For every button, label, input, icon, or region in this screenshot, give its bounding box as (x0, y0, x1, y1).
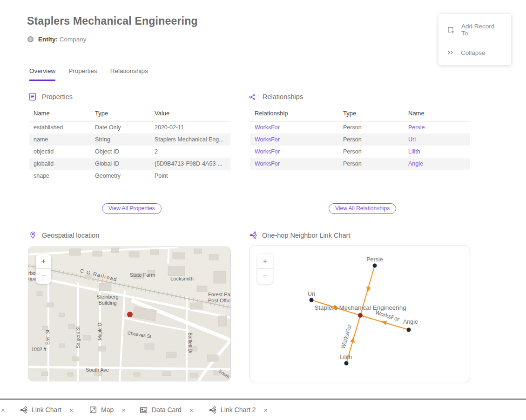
prop-type: Object ID (90, 146, 150, 158)
prop-name: shape (29, 170, 90, 182)
tab-close-icon[interactable]: × (69, 406, 74, 414)
bottom-tab-link-chart[interactable]: Link Chart × (20, 400, 74, 420)
node-angie[interactable] (407, 328, 411, 332)
prop-value: {5D9B4713-F98D-4A53-... (150, 158, 230, 170)
relationships-section-header: Relationships (249, 93, 303, 101)
menu-item-collapse[interactable]: Collapse (438, 43, 511, 62)
section-title: One-hop Neighbor Link Chart (262, 232, 350, 239)
prop-name: established (29, 121, 90, 134)
map-point-marker[interactable] (127, 312, 133, 317)
entity-label: Entity: Company (38, 36, 87, 43)
relationship-link[interactable]: WorksFor (255, 124, 280, 131)
tab-overview[interactable]: Overview (29, 67, 55, 81)
bottom-tab-map[interactable]: Map × (89, 400, 126, 420)
map-label-poi: Forest Par (208, 292, 230, 297)
center-node-label: Staplers Mechanical Engineering (314, 304, 406, 311)
map-label-poi: Locksmith (170, 276, 194, 281)
map-label-street: Maple Dr (97, 321, 102, 340)
entity-link[interactable]: Persie (408, 124, 425, 131)
map-zoom-in-button[interactable]: + (36, 254, 51, 269)
map-scale-label: 1002 ft (31, 347, 47, 352)
map-label-poi: Post Offic (208, 298, 230, 303)
prop-type: Global ID (90, 158, 150, 170)
map-label-poi: State Farm (130, 272, 155, 278)
linkchart-section-header: One-hop Neighbor Link Chart (249, 231, 350, 239)
data-card-icon (140, 406, 148, 414)
tab-bar: Overview Properties Relationships (29, 67, 148, 81)
context-menu: Add Record To Collapse (438, 14, 511, 65)
table-row: objectid Object ID 2 (29, 146, 230, 158)
map-icon (89, 406, 97, 413)
tab-close-icon[interactable]: × (121, 406, 126, 414)
bottom-tab-link-chart-2[interactable]: Link Chart 2 × (209, 400, 268, 420)
entity-link[interactable]: Angie (408, 160, 423, 167)
node-lilith[interactable] (344, 361, 349, 366)
data-card-page: Staplers Mechanical Engineering Entity: … (0, 0, 526, 420)
node-uri[interactable] (310, 298, 314, 302)
view-all-relationships-button[interactable]: View All Relationships (329, 203, 396, 214)
table-row: WorksFor Person Uri (250, 133, 470, 146)
properties-section-header: Properties (28, 93, 73, 101)
relationship-link[interactable]: WorksFor (255, 160, 280, 167)
linkchart-zoom-control: + − (257, 254, 273, 284)
relationship-link[interactable]: WorksFor (255, 148, 280, 155)
bottom-tab-data-card[interactable]: Data Card × (140, 400, 194, 420)
linkchart-canvas[interactable]: Persie Uri WorksFor Angie WorksFor Lilit… (250, 246, 470, 382)
prop-value: 2 (150, 146, 230, 158)
node-persie[interactable] (373, 264, 377, 268)
prop-name: objectid (29, 146, 90, 158)
link-chart-icon (249, 231, 257, 239)
linkchart-zoom-in-button[interactable]: + (257, 254, 273, 269)
tab-close-icon[interactable]: × (189, 406, 194, 414)
entity-link[interactable]: Uri (408, 136, 416, 143)
map-label-street: East St (45, 330, 50, 345)
map-label-street: South Ave (86, 367, 109, 373)
geospatial-section-header: Geospatial location (29, 231, 99, 239)
column-header: Name (404, 106, 470, 121)
map-card: rbour opaedics C G Railroad State Farm L… (28, 247, 231, 381)
linkchart-zoom-out-button[interactable]: − (257, 269, 273, 284)
tab-label: Data Card (152, 406, 182, 413)
relationship-link[interactable]: WorksFor (255, 136, 280, 143)
prop-type: Geometry (90, 170, 150, 182)
rel-type: Person (338, 158, 404, 170)
rel-type: Person (338, 133, 404, 146)
relationships-table: Relationship Type Name WorksFor Person P… (250, 106, 470, 170)
column-header: Type (90, 106, 150, 121)
linkchart-card: Persie Uri WorksFor Angie WorksFor Lilit… (250, 246, 470, 382)
column-header: Relationship (250, 106, 338, 121)
prop-type: String (90, 133, 150, 146)
node-label: Persie (366, 256, 383, 263)
prop-value: 2020-02-11 (150, 121, 230, 134)
menu-item-label: Collapse (461, 49, 486, 56)
entity-link[interactable]: Lilith (408, 148, 420, 155)
table-row: WorksFor Person Angie (250, 158, 470, 170)
table-row: globalid Global ID {5D9B4713-F98D-4A53-.… (29, 158, 230, 170)
tab-relationships[interactable]: Relationships (110, 67, 148, 81)
tab-properties[interactable]: Properties (68, 67, 97, 81)
table-row: shape Geometry Point (29, 170, 230, 182)
map-label-street: Sargent St (75, 327, 81, 348)
map-canvas[interactable]: rbour opaedics C G Railroad State Farm L… (28, 247, 230, 381)
tab-label: Map (101, 406, 114, 413)
table-row: established Date Only 2020-02-11 (29, 121, 230, 134)
tab-close-icon[interactable]: × (1, 400, 5, 420)
column-header: Name (29, 106, 90, 121)
map-label-poi: Steinberg (96, 294, 118, 300)
section-title: Properties (42, 93, 73, 100)
rel-type: Person (338, 121, 404, 134)
link-chart-icon (20, 406, 27, 414)
tab-label: Link Chart 2 (221, 406, 256, 413)
link-chart-icon (209, 406, 216, 414)
prop-value: Staplers Mechanical Eng... (150, 133, 230, 146)
map-label-poi: Building (98, 300, 116, 306)
properties-icon (28, 93, 37, 101)
node-center-entity[interactable] (358, 313, 363, 318)
menu-item-add-record-to[interactable]: Add Record To (438, 17, 511, 43)
view-all-properties-button[interactable]: View All Properties (102, 203, 162, 214)
node-label: Lilith (340, 354, 352, 360)
table-row: name String Staplers Mechanical Eng... (29, 133, 230, 146)
map-zoom-out-button[interactable]: − (36, 269, 51, 284)
prop-name: globalid (29, 158, 90, 170)
tab-close-icon[interactable]: × (263, 406, 268, 414)
